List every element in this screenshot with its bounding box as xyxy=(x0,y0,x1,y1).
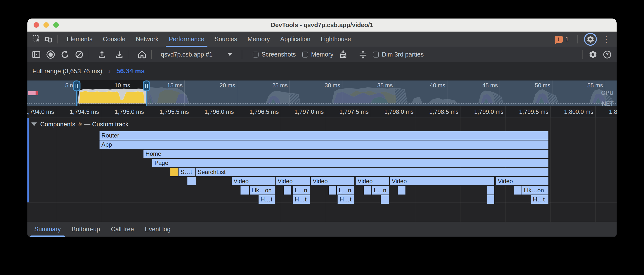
cpu-scripting-area xyxy=(79,91,145,104)
tab-bottom-up[interactable]: Bottom-up xyxy=(66,222,106,237)
flame-event-ln[interactable]: L…n xyxy=(292,186,310,195)
flame-event-video[interactable]: Video xyxy=(390,177,494,186)
flame-event[interactable] xyxy=(170,168,178,176)
help-icon[interactable]: ? xyxy=(602,49,613,60)
expander-triangle-icon xyxy=(31,122,37,126)
download-profile-icon[interactable] xyxy=(114,49,125,60)
toggle-sidebar-icon[interactable] xyxy=(31,49,42,60)
reload-record-icon[interactable] xyxy=(60,49,70,60)
error-count: 1 xyxy=(565,36,569,43)
tab-memory[interactable]: Memory xyxy=(242,32,275,47)
tab-lighthouse[interactable]: Lighthouse xyxy=(316,32,356,47)
flame-event-video[interactable]: Video xyxy=(496,177,549,186)
collapse-sections-icon[interactable] xyxy=(358,49,368,60)
checkbox-icon xyxy=(252,52,258,58)
dim-3rd-parties-checkbox[interactable]: Dim 3rd parties xyxy=(373,51,424,58)
performance-toolbar: qsvd7p.csb.app #1 Screenshots Memory xyxy=(28,47,616,62)
memory-checkbox[interactable]: Memory xyxy=(302,51,333,58)
flame-event[interactable] xyxy=(514,186,522,195)
more-options-icon[interactable]: ⋮ xyxy=(599,34,613,44)
inspect-element-icon[interactable] xyxy=(32,34,42,44)
flame-event-ht[interactable]: H…t xyxy=(258,195,275,204)
svg-text:?: ? xyxy=(606,52,609,57)
ruler-gridline xyxy=(191,106,191,118)
dropdown-caret-icon[interactable] xyxy=(228,53,232,56)
divider xyxy=(57,35,58,44)
tab-call-tree[interactable]: Call tree xyxy=(106,222,139,237)
divider xyxy=(151,50,152,59)
ruler-gridline xyxy=(146,106,146,118)
cpu-overview-chart[interactable]: 5 ms10 ms15 ms20 ms25 ms30 ms35 ms40 ms4… xyxy=(28,80,616,106)
overview-tick-label: 20 ms xyxy=(220,82,235,88)
flame-event-ht[interactable]: H…t xyxy=(292,195,310,204)
track-bottom-separator xyxy=(28,202,616,203)
flame-event-ht[interactable]: H…t xyxy=(337,195,354,204)
flame-event-video[interactable]: Video xyxy=(275,177,310,186)
flame-event[interactable] xyxy=(284,186,292,195)
flame-event[interactable] xyxy=(328,186,336,195)
ruler-gridline xyxy=(56,106,56,118)
tab-event-log[interactable]: Event log xyxy=(139,222,176,237)
flame-event-app[interactable]: App xyxy=(99,140,549,149)
flame-event-home[interactable]: Home xyxy=(143,149,549,158)
flame-event[interactable] xyxy=(487,195,495,204)
tab-sources[interactable]: Sources xyxy=(210,32,242,47)
timeline-overview-minimap[interactable]: 5 ms10 ms15 ms20 ms25 ms30 ms35 ms40 ms4… xyxy=(28,80,616,106)
target-dropdown[interactable]: qsvd7p.csb.app #1 xyxy=(161,51,212,58)
detail-time-ruler: 1,794.0 ms1,794.5 ms1,795.0 ms1,795.5 ms… xyxy=(28,106,616,118)
ruler-time-label: 1,794.5 ms xyxy=(70,108,99,115)
flame-event-likon[interactable]: Lik…on xyxy=(522,186,549,195)
components-track-header[interactable]: Components ⚛ — Custom track xyxy=(31,121,128,128)
flame-event-video[interactable]: Video xyxy=(232,177,275,186)
device-toolbar-icon[interactable] xyxy=(43,34,53,44)
tab-application[interactable]: Application xyxy=(275,32,316,47)
tab-summary[interactable]: Summary xyxy=(29,222,66,237)
flame-event[interactable] xyxy=(487,186,495,195)
flame-gridline xyxy=(56,118,56,222)
tab-elements[interactable]: Elements xyxy=(62,32,98,47)
tab-network[interactable]: Network xyxy=(131,32,164,47)
flame-event[interactable] xyxy=(240,186,249,195)
overview-tick-label: 15 ms xyxy=(167,82,183,88)
ruler-time-label: 1,797.5 ms xyxy=(339,108,369,115)
network-request-bar xyxy=(28,91,36,95)
record-icon[interactable] xyxy=(45,49,56,60)
flame-event-searchlist[interactable]: SearchList xyxy=(195,168,549,176)
clear-icon[interactable] xyxy=(74,49,85,60)
upload-profile-icon[interactable] xyxy=(96,49,108,60)
home-icon[interactable] xyxy=(136,49,148,60)
settings-gear-icon[interactable] xyxy=(584,33,597,46)
flame-event-ln[interactable]: L…n xyxy=(336,186,354,195)
track-selected-accent xyxy=(28,118,29,202)
ruler-time-label: 1,796.0 ms xyxy=(204,108,234,115)
ruler-time-label: 1,798.0 ms xyxy=(384,108,414,115)
flame-event-ht[interactable]: H…t xyxy=(531,195,549,204)
dim-3rd-parties-label: Dim 3rd parties xyxy=(382,51,424,58)
ruler-time-label: 1,795.5 ms xyxy=(160,108,189,115)
divider xyxy=(242,50,242,59)
tab-console[interactable]: Console xyxy=(98,32,131,47)
garbage-collect-icon[interactable] xyxy=(338,49,349,60)
flame-event-likon[interactable]: Lik…on xyxy=(250,186,276,195)
ruler-time-label: 1,794.0 ms xyxy=(28,108,54,115)
flame-event[interactable] xyxy=(398,186,406,195)
divider xyxy=(582,50,582,59)
flame-event[interactable] xyxy=(364,186,372,195)
flame-event-page[interactable]: Page xyxy=(152,158,548,167)
capture-settings-gear-icon[interactable] xyxy=(588,49,598,60)
flame-event-video[interactable]: Video xyxy=(310,177,354,186)
flame-event-ln[interactable]: L…n xyxy=(372,186,390,195)
flame-event-router[interactable]: Router xyxy=(99,131,549,140)
ruler-gridline xyxy=(281,106,281,118)
screenshots-checkbox[interactable]: Screenshots xyxy=(252,51,296,58)
error-badge-icon[interactable]: ! xyxy=(554,36,563,43)
net-lane-label: NET xyxy=(602,100,614,106)
flame-event-video[interactable]: Video xyxy=(355,177,390,186)
flame-event-st[interactable]: S…t xyxy=(178,168,195,176)
tab-performance[interactable]: Performance xyxy=(164,32,210,47)
flame-event[interactable] xyxy=(187,177,196,186)
full-range-crumb[interactable]: Full range (3,653.76 ms) xyxy=(32,68,102,75)
overview-tick-label: 30 ms xyxy=(325,82,340,88)
flame-event[interactable] xyxy=(380,195,390,204)
selected-range-crumb[interactable]: 56.34 ms xyxy=(116,68,145,75)
